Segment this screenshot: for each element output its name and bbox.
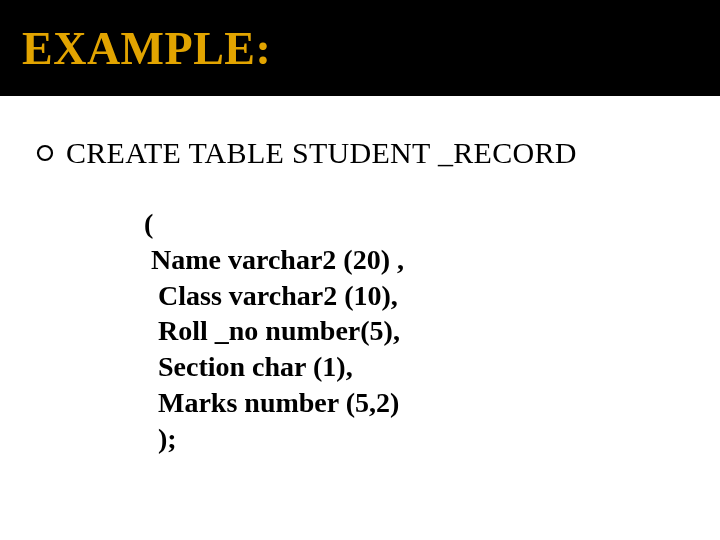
title-bar: EXAMPLE:: [0, 0, 720, 96]
code-line: Section char (1),: [144, 349, 720, 385]
slide-title: EXAMPLE:: [22, 22, 271, 75]
slide-content: CREATE TABLE STUDENT _RECORD ( Name varc…: [0, 96, 720, 457]
bullet-row: CREATE TABLE STUDENT _RECORD: [36, 136, 720, 170]
code-block: ( Name varchar2 (20) , Class varchar2 (1…: [144, 206, 720, 457]
svg-point-0: [38, 146, 52, 160]
code-line: Name varchar2 (20) ,: [144, 242, 720, 278]
code-line: Roll _no number(5),: [144, 313, 720, 349]
code-line: );: [144, 421, 720, 457]
code-line: Marks number (5,2): [144, 385, 720, 421]
code-line: Class varchar2 (10),: [144, 278, 720, 314]
code-line: (: [144, 206, 720, 242]
circle-bullet-icon: [36, 144, 54, 162]
bullet-text: CREATE TABLE STUDENT _RECORD: [66, 136, 577, 170]
